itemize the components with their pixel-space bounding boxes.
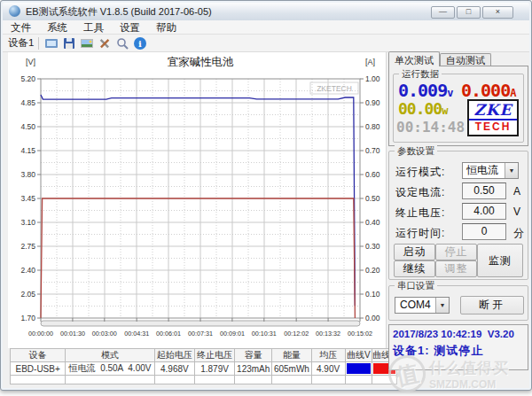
run-time-input[interactable]: 0 [462, 223, 506, 240]
cell-end-voltage: 1.879V [194, 362, 234, 376]
svg-text:00:12:02: 00:12:02 [284, 330, 309, 338]
save-icon[interactable] [60, 35, 78, 51]
svg-text:00:04:31: 00:04:31 [124, 330, 149, 338]
run-mode-select[interactable]: 恒电流 ▼ [462, 162, 519, 179]
stop-button: 停止 [435, 244, 477, 260]
export-image-icon[interactable] [78, 35, 96, 51]
svg-text:0.00: 0.00 [365, 314, 380, 322]
cell-energy: 605mWh [272, 362, 311, 376]
elapsed-time-readout: 00:14:48 [396, 119, 465, 136]
svg-text:00:10:31: 00:10:31 [252, 330, 277, 338]
start-button[interactable]: 启动 [394, 244, 435, 260]
run-mode-row: 运行模式: 恒电流 ▼ [389, 162, 528, 180]
svg-text:0.40: 0.40 [365, 218, 380, 227]
cutoff-voltage-label: 终止电压: [395, 206, 445, 221]
zke-tech-logo: ZKE TECH [467, 99, 519, 136]
main-content: ZKETECH5.204.854.504.153.803.453.102.752… [3, 52, 529, 387]
col-capacity: 容量 [235, 349, 272, 362]
minimize-button[interactable]: — [431, 6, 455, 19]
svg-text:[V]: [V] [26, 58, 35, 66]
svg-text:3.45: 3.45 [20, 194, 35, 203]
parameters-label: 参数设置 [395, 145, 437, 158]
col-start-voltage: 起始电压 [154, 349, 194, 362]
col-avg-voltage: 均压 [311, 349, 345, 362]
chevron-down-icon[interactable]: ▼ [435, 298, 449, 313]
results-table: 设备 模式 起始电压 终止电压 容量 能量 均压 曲线V 曲线A EBD-USB… [10, 348, 397, 384]
svg-text:00:06:01: 00:06:01 [156, 330, 181, 338]
menu-system[interactable]: 系统 [39, 20, 75, 34]
single-test-page: 运行数据 0.009v 0.000A 00.00w 00:14:48 ZKE T… [388, 66, 528, 146]
set-current-row: 设定电流: 0.50 A [389, 182, 528, 200]
disconnect-button[interactable]: 断开 [460, 296, 524, 314]
col-end-voltage: 终止电压 [194, 349, 234, 362]
table-row[interactable]: EBD-USB+ 恒电流 0.50A 4.00V 4.968V 1.879V 1… [11, 362, 397, 376]
svg-text:00:00:00: 00:00:00 [28, 330, 53, 338]
menu-help[interactable]: 帮助 [148, 20, 184, 34]
svg-text:2.05: 2.05 [20, 290, 35, 299]
status-timestamp: 2017/8/23 10:42:19 V3.20 [393, 329, 524, 339]
svg-text:ZKETECH: ZKETECH [317, 84, 352, 93]
run-time-row: 运行时间: 0 分 [389, 223, 528, 241]
title-bar[interactable]: EB测试系统软件 V1.8.5 (Build 2017-06-05) — □ × [3, 3, 529, 20]
menu-file[interactable]: 文件 [3, 20, 39, 34]
right-panel: 单次测试 自动测试 运行数据 0.009v 0.000A 00.00w 00:1… [388, 51, 530, 370]
monitor-icon[interactable] [43, 35, 60, 51]
status-box: 2017/8/23 10:42:19 V3.20 设备1: 测试停止 [388, 324, 528, 370]
continue-button[interactable]: 继续 [394, 260, 435, 277]
set-current-label: 设定电流: [395, 185, 445, 200]
chevron-down-icon[interactable]: ▼ [505, 163, 518, 178]
svg-text:5.20: 5.20 [20, 74, 35, 83]
tab-single-test[interactable]: 单次测试 [388, 51, 440, 66]
serial-port-label: 串口设置 [395, 280, 437, 292]
svg-text:0.70: 0.70 [365, 146, 380, 155]
current-readout: 0.000A [461, 80, 516, 101]
col-curve-v: 曲线V [345, 349, 372, 362]
svg-text:4.50: 4.50 [20, 122, 35, 131]
svg-text:4.85: 4.85 [20, 98, 35, 107]
maximize-button[interactable]: □ [457, 6, 481, 19]
toolbar: 设备1 i [3, 35, 529, 52]
svg-text:[A]: [A] [365, 58, 375, 66]
run-time-label: 运行时间: [395, 226, 445, 241]
cell-start-voltage: 4.968V [154, 362, 194, 376]
svg-text:00:07:31: 00:07:31 [188, 330, 213, 338]
run-data-group: 运行数据 0.009v 0.000A 00.00w 00:14:48 ZKE T… [393, 74, 524, 143]
app-window: EB测试系统软件 V1.8.5 (Build 2017-06-05) — □ ×… [0, 0, 532, 391]
menu-settings[interactable]: 设置 [112, 20, 148, 34]
test-mode-tabs: 单次测试 自动测试 [388, 51, 491, 66]
tools-icon[interactable] [96, 35, 113, 51]
svg-text:0.50: 0.50 [365, 194, 380, 203]
svg-text:3.10: 3.10 [20, 218, 35, 227]
col-energy: 能量 [272, 349, 311, 362]
svg-text:00:15:02: 00:15:02 [348, 330, 372, 338]
svg-text:i: i [139, 39, 143, 49]
cell-avg-voltage: 4.90V [311, 362, 345, 376]
info-icon[interactable]: i [131, 35, 149, 51]
svg-text:0.20: 0.20 [365, 266, 380, 275]
monitor-button[interactable]: 监测 [477, 244, 523, 277]
cell-curve-v[interactable] [345, 362, 372, 376]
svg-text:00:01:30: 00:01:30 [60, 330, 85, 338]
com-port-select[interactable]: COM4 ▼ [395, 297, 450, 314]
app-icon [9, 5, 20, 17]
svg-text:0.30: 0.30 [365, 242, 380, 251]
tab-auto-test[interactable]: 自动测试 [440, 53, 491, 66]
status-message: 设备1: 测试停止 [393, 343, 524, 359]
close-button[interactable]: × [482, 6, 513, 19]
svg-text:1.00: 1.00 [365, 74, 380, 83]
set-current-input[interactable]: 0.50 [462, 182, 506, 199]
chart-panel: ZKETECH5.204.854.504.153.803.453.102.752… [8, 52, 386, 348]
cutoff-voltage-input[interactable]: 4.00 [462, 203, 506, 220]
menu-tools[interactable]: 工具 [75, 20, 112, 34]
col-mode: 模式 [66, 349, 154, 362]
cell-mode: 恒电流 0.50A 4.00V [66, 362, 154, 376]
device-tab-label[interactable]: 设备1 [3, 36, 38, 50]
menu-bar: 文件 系统 工具 设置 帮助 [3, 20, 529, 35]
svg-text:00:13:32: 00:13:32 [316, 330, 340, 338]
run-mode-label: 运行模式: [395, 165, 445, 180]
run-data-label: 运行数据 [399, 68, 442, 81]
toolbar-separator [38, 37, 39, 50]
zoom-search-icon[interactable] [113, 35, 131, 51]
svg-text:1.70: 1.70 [20, 314, 35, 322]
curve-v-swatch [347, 363, 371, 374]
